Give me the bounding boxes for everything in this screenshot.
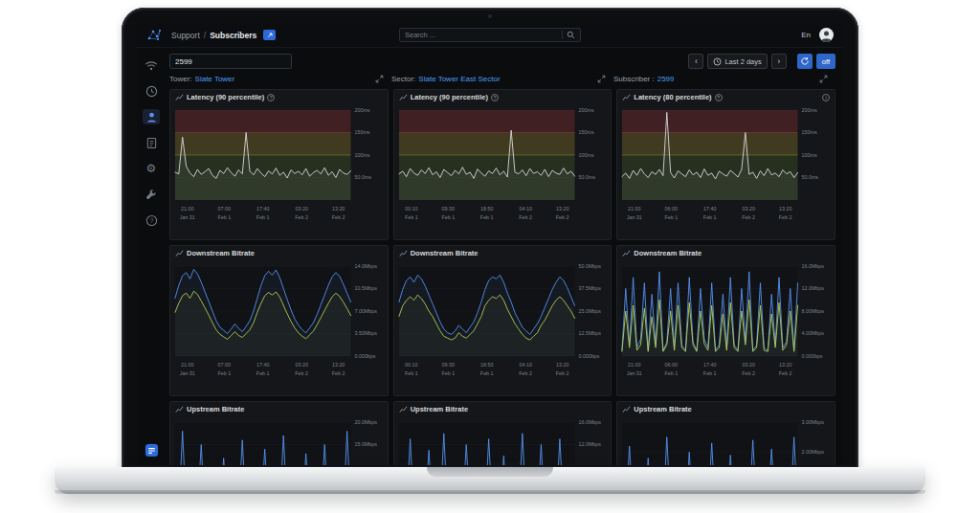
expand-icon[interactable]	[375, 75, 384, 83]
svg-text:00:10: 00:10	[405, 362, 417, 368]
wrench-icon	[145, 189, 157, 200]
sector-label: Sector:	[391, 75, 415, 83]
panel-title[interactable]: Upstream Bitrate	[411, 405, 468, 413]
panel-header[interactable]: Latency (80 percentile)?i	[617, 90, 835, 104]
chart-area[interactable]: 200ms150ms100ms50.0ms21:00Jan 3107:00Feb…	[170, 104, 388, 238]
prev-range-button[interactable]: ‹	[688, 54, 703, 69]
breadcrumb-current[interactable]: Subscribers	[210, 31, 256, 40]
sidebar-item-logs[interactable]	[143, 135, 160, 150]
auto-refresh-toggle[interactable]: off	[816, 54, 835, 69]
sidebar-item-help[interactable]: ?	[143, 212, 160, 228]
panel-header[interactable]: Upstream Bitrate	[394, 402, 612, 416]
svg-text:Feb 2: Feb 2	[743, 214, 756, 220]
svg-text:Feb 2: Feb 2	[743, 370, 756, 376]
search-placeholder: Search ...	[405, 31, 562, 39]
breadcrumb: Support / Subscribers	[171, 30, 276, 40]
camera-dot	[488, 14, 492, 18]
expand-icon[interactable]	[597, 75, 606, 83]
svg-text:Feb 2: Feb 2	[519, 214, 532, 220]
logo-icon	[146, 29, 162, 41]
svg-text:07:00: 07:00	[218, 206, 231, 212]
panel-title[interactable]: Downstream Bitrate	[411, 249, 479, 257]
expand-icon[interactable]	[819, 75, 828, 83]
help-icon: ?	[145, 214, 158, 227]
panel-title[interactable]: Downstream Bitrate	[634, 249, 702, 257]
sector-value[interactable]: Slate Tower East Sector	[418, 75, 500, 83]
sidebar-item-tools[interactable]	[143, 187, 160, 202]
svg-text:4.00Mbps: 4.00Mbps	[802, 330, 825, 336]
svg-text:13:20: 13:20	[332, 206, 345, 212]
sidebar-item-subscribers[interactable]	[143, 109, 160, 124]
panel-info-icon[interactable]: i	[822, 94, 830, 101]
chart-area[interactable]: 16.0Mbps12.0Mbps8.00Mbps4.00Mbps0.000bps…	[617, 260, 835, 394]
panel-title[interactable]: Upstream Bitrate	[187, 405, 244, 413]
panel-title[interactable]: Downstream Bitrate	[187, 249, 255, 257]
svg-text:10.0Mbps: 10.0Mbps	[354, 464, 377, 465]
panel-title[interactable]: Latency (90 percentile)	[411, 93, 488, 101]
chart-area[interactable]: 50.0Mbps37.5Mbps25.0Mbps12.5Mbps0.000bps…	[394, 260, 612, 394]
panel-header[interactable]: Downstream Bitrate	[617, 246, 835, 260]
svg-text:Feb 1: Feb 1	[217, 214, 231, 220]
panel-title[interactable]: Latency (90 percentile)	[187, 93, 264, 101]
time-range-button[interactable]: Last 2 days	[707, 54, 767, 69]
tower-filter: Tower: Slate Tower	[169, 75, 391, 83]
logs-icon	[145, 137, 158, 149]
panel-title[interactable]: Latency (80 percentile)	[634, 93, 711, 101]
next-range-button[interactable]: ›	[771, 54, 787, 69]
panel-header[interactable]: Latency (90 percentile)?	[394, 90, 612, 104]
chart-area[interactable]: 20.0Mbps15.0Mbps10.0Mbps5.00Mbps0.000bps…	[170, 416, 388, 465]
svg-text:200ms: 200ms	[354, 107, 369, 113]
subscriber-value[interactable]: 2599	[657, 75, 675, 83]
panel-header[interactable]: Downstream Bitrate	[170, 246, 388, 260]
svg-text:04:10: 04:10	[519, 362, 531, 368]
app-logo[interactable]	[146, 29, 162, 41]
search-icon[interactable]	[562, 31, 575, 39]
chart-line-icon	[399, 93, 408, 101]
svg-text:Feb 1: Feb 1	[405, 214, 418, 220]
tower-value[interactable]: Slate Tower	[195, 75, 235, 83]
language-selector[interactable]: En	[801, 31, 811, 39]
sidebar-item-settings[interactable]: ⚙	[143, 161, 160, 176]
panel-help-icon[interactable]: ?	[715, 94, 723, 101]
chart-line-icon	[175, 93, 184, 101]
svg-text:150ms: 150ms	[802, 129, 817, 135]
chart-area[interactable]: 3.00Mbps2.00Mbps1.00Mbps0.000bps21:00Jan…	[617, 416, 835, 465]
chart-area[interactable]: 200ms150ms100ms50.0ms21:00Jan 3106:00Feb…	[617, 104, 835, 238]
page-background: Support / Subscribers Search ...	[0, 0, 980, 513]
svg-text:Jan 31: Jan 31	[627, 370, 642, 376]
svg-text:13:20: 13:20	[332, 362, 345, 368]
sidebar-item-chat[interactable]	[145, 443, 159, 457]
panel-header[interactable]: Latency (90 percentile)?	[170, 90, 388, 104]
svg-text:17:40: 17:40	[256, 362, 269, 368]
svg-text:03:20: 03:20	[295, 206, 307, 212]
clock-icon	[713, 57, 722, 66]
breadcrumb-section[interactable]: Support	[171, 31, 200, 40]
panel-header[interactable]: Downstream Bitrate	[394, 246, 612, 260]
panel-help-icon[interactable]: ?	[267, 94, 275, 101]
chart-area[interactable]: 16.0Mbps12.0Mbps8.00Mbps4.00Mbps0.000bps…	[394, 416, 612, 465]
panel-title[interactable]: Upstream Bitrate	[634, 405, 691, 413]
svg-text:Feb 2: Feb 2	[555, 370, 568, 376]
search-input[interactable]: Search ...	[399, 28, 581, 42]
avatar[interactable]	[819, 28, 834, 42]
refresh-button[interactable]	[797, 54, 813, 69]
svg-text:3.00Mbps: 3.00Mbps	[802, 419, 825, 425]
sidebar-item-history[interactable]	[143, 83, 160, 99]
share-badge[interactable]	[263, 30, 276, 40]
svg-text:20.0Mbps: 20.0Mbps	[354, 419, 377, 425]
panel-header[interactable]: Upstream Bitrate	[170, 402, 388, 416]
svg-text:13:20: 13:20	[556, 206, 568, 212]
time-controls: ‹ Last 2 days ›	[688, 54, 835, 69]
panel-help-icon[interactable]: ?	[491, 94, 499, 101]
sidebar-item-wifi[interactable]	[143, 57, 160, 73]
panel-header[interactable]: Upstream Bitrate	[617, 402, 835, 416]
subscriber-search-input[interactable]	[169, 54, 292, 69]
svg-text:7.00Mbps: 7.00Mbps	[354, 308, 377, 314]
chart-area[interactable]: 200ms150ms100ms50.0ms00:10Feb 109:30Feb …	[394, 104, 612, 238]
svg-text:Feb 2: Feb 2	[779, 214, 792, 220]
svg-text:17:40: 17:40	[703, 362, 716, 368]
chart-area[interactable]: 14.0Mbps10.5Mbps7.00Mbps3.50Mbps0.000bps…	[170, 260, 388, 394]
svg-text:0.000bps: 0.000bps	[578, 353, 599, 359]
chart-panel-latency-3: Latency (80 percentile)?i200ms150ms100ms…	[616, 89, 835, 240]
svg-text:150ms: 150ms	[354, 129, 369, 135]
